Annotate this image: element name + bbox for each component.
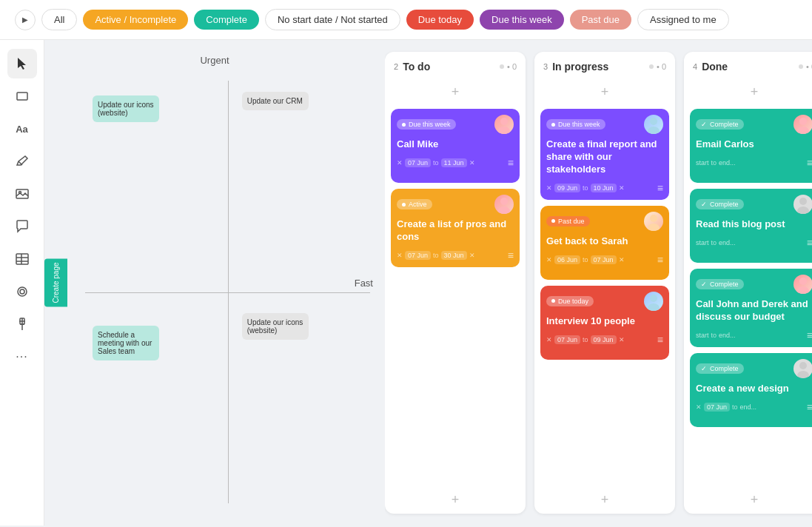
- more-tools[interactable]: ···: [7, 342, 37, 372]
- column-done-add-bottom[interactable]: +: [684, 486, 812, 514]
- card-call-mike-avatar: [494, 115, 514, 134]
- filter-bar: ▶ All Active / Incomplete Complete No st…: [0, 0, 812, 40]
- column-todo-title: To do: [403, 61, 500, 73]
- column-inprogress-header: 3 In progress • 0: [534, 52, 675, 78]
- svg-point-22: [799, 198, 807, 205]
- card-email-carlos-badge: ✓ Complete: [696, 119, 744, 130]
- svg-rect-3: [16, 254, 28, 264]
- card-call-john-avatar: [793, 275, 812, 294]
- column-done-num: 4: [693, 62, 697, 71]
- card-final-report[interactable]: Due this week Create a final report and …: [540, 109, 669, 200]
- column-todo: 2 To do • 0 + Due this week: [385, 52, 526, 514]
- column-done-title: Done: [702, 61, 799, 73]
- chip-due-week[interactable]: Due this week: [480, 10, 564, 30]
- column-inprogress-add[interactable]: +: [534, 78, 675, 106]
- column-todo-num: 2: [394, 62, 398, 71]
- chip-no-start[interactable]: No start date / Not started: [265, 9, 400, 30]
- pencil-tool[interactable]: [7, 147, 37, 176]
- svg-point-27: [797, 371, 809, 378]
- card-get-back-sarah-avatar: [644, 212, 663, 231]
- card-interview-avatar: [644, 292, 663, 311]
- card-new-design-title: Create a new design: [696, 383, 812, 395]
- column-done-header: 4 Done • 0: [684, 52, 812, 78]
- rectangle-tool[interactable]: [7, 81, 37, 111]
- svg-point-7: [18, 287, 27, 296]
- column-done-dot: [799, 64, 803, 69]
- card-call-john-menu[interactable]: ≡: [807, 329, 812, 341]
- column-done-add[interactable]: +: [684, 78, 812, 106]
- matrix-area: Create page Urgent Fast Update our icons…: [44, 40, 385, 526]
- card-get-back-sarah-menu[interactable]: ≡: [657, 254, 663, 266]
- svg-point-24: [799, 278, 807, 285]
- matrix-card[interactable]: Update our icons (website): [93, 95, 159, 122]
- card-create-list[interactable]: Active Create a list of pros and cons ✕ …: [391, 189, 520, 267]
- pin-tool[interactable]: [7, 309, 37, 339]
- chip-due-today[interactable]: Due today: [406, 10, 474, 30]
- card-create-list-avatar: [494, 195, 514, 214]
- image-tool[interactable]: [7, 179, 37, 209]
- card-create-list-badge: Active: [397, 199, 432, 209]
- card-interview-badge: Due today: [546, 296, 594, 306]
- matrix-card[interactable]: Schedule a meeting with our Sales team: [93, 326, 159, 360]
- card-email-carlos-avatar: [793, 115, 812, 134]
- layers-tool[interactable]: [7, 277, 37, 306]
- cursor-tool[interactable]: [7, 49, 37, 78]
- main-layout: Aa: [0, 40, 812, 526]
- card-read-blog-avatar: [793, 195, 812, 214]
- column-todo-header: 2 To do • 0: [385, 52, 526, 78]
- text-tool[interactable]: Aa: [7, 114, 37, 144]
- column-inprogress-body: Due this week Create a final report and …: [534, 106, 675, 486]
- table-tool[interactable]: [7, 244, 37, 274]
- svg-point-18: [650, 295, 657, 302]
- matrix-card[interactable]: Update our icons (website): [242, 313, 309, 340]
- card-read-blog[interactable]: ✓ Complete Read this blog post start: [690, 189, 812, 263]
- card-interview-title: Interview 10 people: [546, 315, 663, 328]
- column-todo-add[interactable]: +: [385, 78, 526, 106]
- svg-point-23: [797, 207, 809, 214]
- card-call-mike-menu[interactable]: ≡: [508, 157, 514, 169]
- card-call-john-title: Call John and Derek and discuss our budg…: [696, 298, 812, 323]
- chip-active-incomplete[interactable]: Active / Incomplete: [83, 10, 188, 30]
- card-call-mike-title: Call Mike: [397, 138, 514, 151]
- column-todo-body: Due this week Call Mike ✕ 07 Jun to: [385, 106, 526, 486]
- svg-point-21: [797, 127, 809, 134]
- filter-toggle-button[interactable]: ▶: [15, 10, 36, 30]
- column-inprogress-add-bottom[interactable]: +: [534, 486, 675, 514]
- create-page-tab[interactable]: Create page: [44, 258, 67, 306]
- card-get-back-sarah[interactable]: Past due Get back to Sarah ✕ 06 Jun t: [540, 206, 669, 280]
- card-interview-menu[interactable]: ≡: [657, 334, 663, 346]
- card-email-carlos[interactable]: ✓ Complete Email Carlos start to: [690, 109, 812, 183]
- card-call-john-badge: ✓ Complete: [696, 279, 744, 289]
- card-final-report-menu[interactable]: ≡: [657, 182, 663, 194]
- column-inprogress-title: In progress: [552, 61, 649, 73]
- column-done-count: • 0: [806, 62, 812, 71]
- chat-tool[interactable]: [7, 212, 37, 241]
- card-email-carlos-menu[interactable]: ≡: [807, 157, 812, 169]
- chip-complete[interactable]: Complete: [194, 10, 259, 30]
- kanban-area: 2 To do • 0 + Due this week: [385, 40, 812, 526]
- card-create-list-menu[interactable]: ≡: [508, 249, 514, 261]
- card-read-blog-title: Read this blog post: [696, 218, 812, 231]
- card-new-design-menu[interactable]: ≡: [807, 401, 812, 413]
- card-email-carlos-title: Email Carlos: [696, 138, 812, 151]
- chip-all[interactable]: All: [41, 9, 77, 30]
- svg-point-13: [498, 207, 510, 214]
- matrix-card[interactable]: Update our CRM: [242, 92, 309, 110]
- card-new-design[interactable]: ✓ Complete Create a new design ✕ 07 J: [690, 353, 812, 427]
- column-todo-add-bottom[interactable]: +: [385, 486, 526, 514]
- chip-past-due[interactable]: Past due: [570, 10, 631, 30]
- column-todo-dot: [500, 64, 504, 69]
- svg-point-8: [20, 289, 24, 294]
- svg-point-19: [648, 303, 660, 311]
- card-final-report-avatar: [644, 115, 663, 134]
- card-final-report-title: Create a final report and share with our…: [546, 138, 663, 176]
- card-read-blog-menu[interactable]: ≡: [807, 237, 812, 249]
- card-interview[interactable]: Due today Interview 10 people ✕ 07 Jun: [540, 286, 669, 360]
- card-new-design-avatar: [793, 359, 812, 378]
- card-call-john[interactable]: ✓ Complete Call John and Derek and discu…: [690, 269, 812, 347]
- svg-rect-0: [17, 93, 27, 100]
- card-create-list-title: Create a list of pros and cons: [397, 218, 514, 244]
- card-call-mike[interactable]: Due this week Call Mike ✕ 07 Jun to: [391, 109, 520, 183]
- chip-assigned-to-me[interactable]: Assigned to me: [637, 9, 729, 30]
- svg-point-25: [797, 286, 809, 294]
